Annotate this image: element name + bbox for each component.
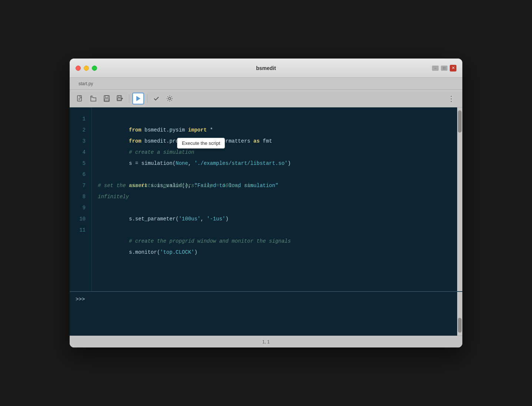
code-content[interactable]: from bsmedit.pysim import * from bsmedit… bbox=[92, 107, 457, 291]
code-line-8: s.set_parameter('100us', '-1us') bbox=[98, 202, 451, 213]
console-scrollbar[interactable] bbox=[457, 292, 462, 336]
line-num-10: 10 bbox=[70, 213, 92, 224]
toolbar-more[interactable]: ⋮ bbox=[445, 94, 458, 103]
line-num-2: 2 bbox=[70, 124, 92, 136]
line-num-5: 5 bbox=[70, 158, 92, 169]
main-window: bsmedit – ⊡ ✕ start.py bbox=[70, 59, 462, 347]
code-line-1: from bsmedit.pysim import * bbox=[98, 113, 451, 124]
window-controls: – ⊡ ✕ bbox=[432, 65, 456, 71]
open-file-btn[interactable] bbox=[87, 93, 99, 104]
code-line-6: assert s.is_valid(), "Failed to load sim… bbox=[98, 169, 451, 180]
window-title: bsmedit bbox=[256, 65, 276, 71]
console-scrollbar-thumb[interactable] bbox=[458, 318, 462, 333]
toolbar: ⋮ Execute the script bbox=[70, 90, 462, 107]
console-content: >>> bbox=[70, 292, 462, 336]
svg-point-14 bbox=[169, 97, 171, 100]
maximize-button[interactable] bbox=[92, 66, 97, 71]
console-prompt: >>> bbox=[76, 296, 85, 302]
win-minimize-btn[interactable]: – bbox=[432, 66, 439, 71]
svg-rect-10 bbox=[117, 98, 121, 100]
code-scrollbar[interactable] bbox=[457, 107, 462, 291]
close-button[interactable] bbox=[76, 66, 81, 71]
save-btn[interactable] bbox=[101, 93, 113, 104]
line-num-3: 3 bbox=[70, 136, 92, 147]
svg-marker-13 bbox=[136, 96, 140, 101]
line-num-4: 4 bbox=[70, 147, 92, 158]
traffic-lights bbox=[76, 66, 97, 71]
save-as-btn[interactable] bbox=[114, 93, 126, 104]
settings-btn[interactable] bbox=[164, 93, 176, 104]
cursor-position: 1, 1 bbox=[262, 339, 270, 345]
scrollbar-thumb[interactable] bbox=[458, 110, 462, 133]
code-editor[interactable]: 1 2 3 4 5 6 7 8 9 10 11 from bsmedit.pys… bbox=[70, 107, 462, 291]
status-bar: 1, 1 bbox=[70, 336, 462, 347]
svg-rect-7 bbox=[104, 99, 109, 101]
line-num-1: 1 bbox=[70, 113, 92, 124]
line-num-9: 9 bbox=[70, 202, 92, 213]
line-num-6: 6 bbox=[70, 169, 92, 180]
line-numbers: 1 2 3 4 5 6 7 8 9 10 11 bbox=[70, 107, 92, 291]
editor-area: 1 2 3 4 5 6 7 8 9 10 11 from bsmedit.pys… bbox=[70, 107, 462, 336]
line-num-8: 8 bbox=[70, 191, 92, 202]
line-num-7: 7 bbox=[70, 180, 92, 191]
run-btn[interactable] bbox=[132, 93, 144, 104]
toolbar-sep-2 bbox=[147, 94, 147, 103]
new-file-btn[interactable] bbox=[74, 93, 86, 104]
code-line-10: # create the propgrid window and monitor… bbox=[98, 224, 451, 236]
line-num-11: 11 bbox=[70, 224, 92, 236]
check-btn[interactable] bbox=[150, 93, 162, 104]
win-restore-btn[interactable]: ⊡ bbox=[441, 66, 448, 71]
minimize-button[interactable] bbox=[84, 66, 89, 71]
win-close-btn[interactable]: ✕ bbox=[450, 65, 456, 71]
titlebar: bsmedit – ⊡ ✕ bbox=[70, 59, 462, 78]
console-area[interactable]: >>> bbox=[70, 291, 462, 336]
svg-rect-6 bbox=[105, 96, 108, 98]
toolbar-sep-1 bbox=[129, 94, 129, 103]
tab-start-py[interactable]: start.py bbox=[76, 80, 96, 88]
tooltip-execute-script: Execute the script bbox=[177, 138, 225, 149]
tab-bar: start.py bbox=[70, 78, 462, 90]
